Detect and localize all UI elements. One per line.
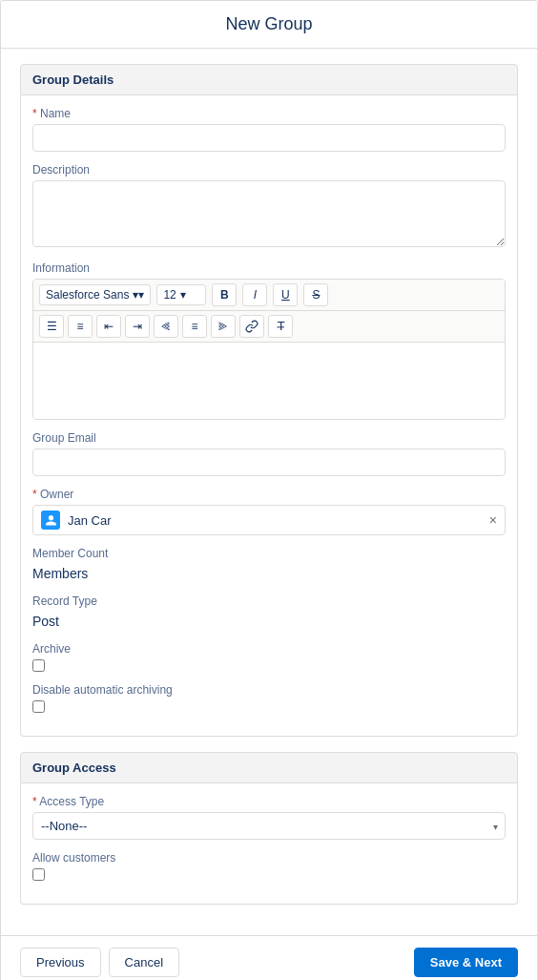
record-type-value: Post	[32, 612, 506, 631]
archive-label: Archive	[32, 642, 506, 656]
align-center-button[interactable]: ≡	[182, 315, 207, 338]
clear-format-button[interactable]: T̶	[268, 315, 293, 338]
group-access-body: Access Type --None-- Public Private Unli…	[20, 783, 518, 905]
group-details-body: Name Description Information Sales	[20, 95, 518, 737]
rich-text-content[interactable]	[33, 343, 505, 419]
member-count-value: Members	[32, 564, 506, 583]
modal-footer: Previous Cancel Save & Next	[1, 935, 537, 980]
modal-header: New Group	[1, 1, 537, 49]
font-family-value: Salesforce Sans	[46, 288, 129, 302]
access-type-group: Access Type --None-- Public Private Unli…	[32, 795, 506, 840]
indent-left-button[interactable]: ⇤	[96, 315, 121, 338]
name-label: Name	[32, 107, 506, 120]
font-size-value: 12	[163, 288, 176, 302]
font-size-select[interactable]: 12 ▾	[156, 284, 206, 305]
font-family-select[interactable]: Salesforce Sans ▾	[39, 284, 151, 305]
record-type-group: Record Type Post	[32, 594, 506, 631]
group-email-label: Group Email	[32, 431, 506, 445]
bold-button[interactable]: B	[212, 283, 237, 306]
disable-archive-checkbox-row	[32, 700, 506, 713]
archive-checkbox-row	[32, 659, 506, 672]
group-details-section: Group Details Name Description Informati…	[20, 64, 518, 737]
description-input[interactable]	[32, 180, 506, 247]
modal-title: New Group	[20, 14, 518, 34]
archive-checkbox[interactable]	[32, 659, 45, 672]
allow-customers-checkbox[interactable]	[32, 868, 45, 881]
group-details-header: Group Details	[20, 64, 518, 95]
name-group: Name	[32, 107, 506, 152]
record-type-label: Record Type	[32, 594, 506, 608]
owner-group: Owner Jan Car ×	[32, 488, 506, 535]
name-input[interactable]	[32, 124, 506, 152]
modal-container: New Group Group Details Name Description	[0, 0, 538, 980]
ordered-list-button[interactable]: ≡	[68, 315, 93, 338]
group-access-section: Group Access Access Type --None-- Public…	[20, 752, 518, 905]
rich-text-toolbar: Salesforce Sans ▾ 12 ▾ B I U S	[32, 279, 506, 420]
font-family-chevron: ▾	[133, 288, 144, 302]
indent-right-button[interactable]: ⇥	[125, 315, 150, 338]
access-type-select[interactable]: --None-- Public Private Unlisted	[32, 812, 506, 840]
description-label: Description	[32, 163, 506, 177]
group-email-group: Group Email	[32, 431, 506, 476]
align-left-button[interactable]: ⫷	[154, 315, 178, 338]
previous-button[interactable]: Previous	[20, 948, 101, 977]
disable-archive-label: Disable automatic archiving	[32, 683, 506, 697]
information-group: Information Salesforce Sans ▾ 12 ▾	[32, 261, 506, 420]
modal-body: Group Details Name Description Informati…	[1, 49, 537, 935]
underline-button[interactable]: U	[273, 283, 298, 306]
font-size-chevron: ▾	[180, 288, 186, 302]
align-right-button[interactable]: ⫸	[211, 315, 236, 338]
footer-left-buttons: Previous Cancel	[20, 948, 179, 977]
group-email-input[interactable]	[32, 448, 506, 476]
allow-customers-checkbox-row	[32, 868, 506, 881]
owner-person-icon	[41, 511, 60, 530]
toolbar-row2: ☰ ≡ ⇤ ⇥ ⫷ ≡ ⫸	[33, 311, 505, 343]
group-access-header: Group Access	[20, 752, 518, 783]
link-button[interactable]	[239, 315, 264, 338]
italic-button[interactable]: I	[242, 283, 267, 306]
strikethrough-button[interactable]: S	[303, 283, 328, 306]
toolbar-row1: Salesforce Sans ▾ 12 ▾ B I U S	[33, 280, 505, 311]
allow-customers-group: Allow customers	[32, 851, 506, 881]
save-next-button[interactable]: Save & Next	[414, 948, 518, 977]
allow-customers-label: Allow customers	[32, 851, 506, 865]
unordered-list-button[interactable]: ☰	[39, 315, 64, 338]
owner-clear-button[interactable]: ×	[489, 513, 497, 527]
owner-name-value: Jan Car	[68, 513, 489, 528]
owner-field[interactable]: Jan Car ×	[32, 505, 506, 535]
description-group: Description	[32, 163, 506, 250]
member-count-group: Member Count Members	[32, 547, 506, 583]
archive-group: Archive	[32, 642, 506, 672]
access-type-label: Access Type	[32, 795, 506, 808]
disable-archive-checkbox[interactable]	[32, 700, 45, 713]
access-type-select-wrapper: --None-- Public Private Unlisted ▾	[32, 812, 506, 840]
disable-archive-group: Disable automatic archiving	[32, 683, 506, 713]
cancel-button[interactable]: Cancel	[109, 948, 179, 977]
owner-label: Owner	[32, 488, 506, 501]
member-count-label: Member Count	[32, 547, 506, 560]
information-label: Information	[32, 261, 506, 275]
